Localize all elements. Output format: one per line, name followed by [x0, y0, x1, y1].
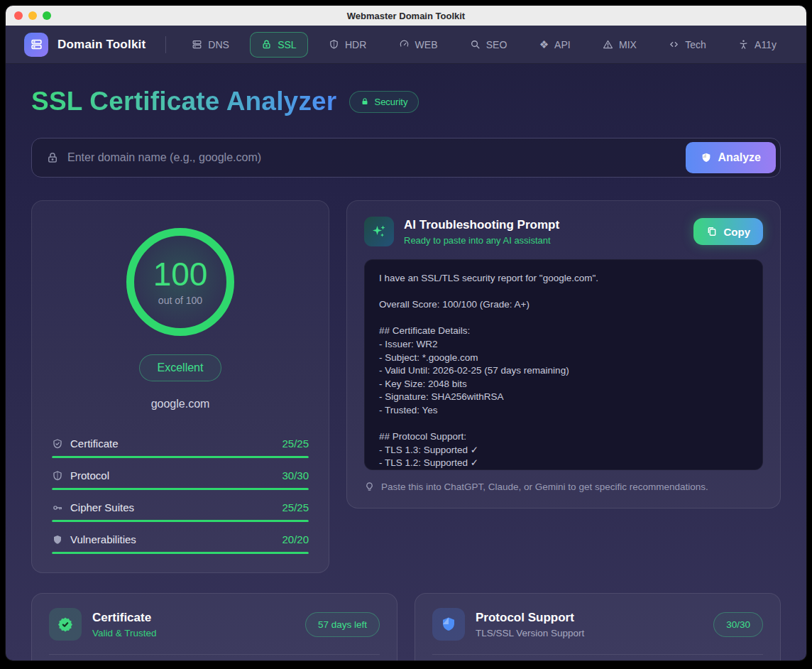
detail-card-title: Protocol Support — [476, 611, 584, 625]
shield-filled-icon — [52, 534, 63, 545]
score-card: 100 out of 100 Excellent google.com Cert… — [31, 200, 329, 573]
category-score: 25/25 — [282, 437, 309, 450]
app-window: Webmaster Domain Toolkit Domain Toolkit … — [6, 6, 806, 660]
main-content: SSL Certificate Analyzer Security Analyz… — [6, 87, 806, 660]
brand: Domain Toolkit — [24, 33, 146, 57]
tab-label: MIX — [619, 39, 637, 50]
brand-name: Domain Toolkit — [57, 38, 146, 52]
gauge-icon — [399, 39, 410, 50]
accessibility-icon — [738, 39, 749, 50]
category-progress-bar — [52, 520, 309, 522]
shield-icon — [701, 152, 712, 163]
score-categories: Certificate 25/25 Protocol 30/30 — [52, 437, 309, 554]
analyze-button[interactable]: Analyze — [686, 142, 776, 173]
tab-label: API — [554, 39, 571, 50]
domain-input[interactable] — [59, 151, 686, 164]
security-badge: Security — [349, 91, 419, 113]
category-row: Certificate 25/25 — [52, 437, 309, 458]
security-badge-label: Security — [374, 97, 407, 107]
tab-label: HDR — [345, 39, 366, 50]
certificate-card: Certificate Valid & Trusted 57 days left — [31, 593, 397, 660]
code-icon — [669, 39, 679, 50]
ai-footer-hint: Paste this into ChatGPT, Claude, or Gemi… — [381, 482, 708, 492]
shield-check-icon — [52, 438, 63, 450]
nav-tabs: DNS SSL HDR WEB SEO ❖ API — [180, 32, 788, 58]
tab-label: SSL — [278, 39, 296, 50]
lightbulb-icon — [364, 482, 375, 492]
domain-search-bar: Analyze — [31, 138, 781, 178]
close-button[interactable] — [14, 11, 23, 20]
lock-icon — [46, 151, 59, 164]
score-value: 100 — [153, 258, 208, 290]
category-row: Vulnerabilities 20/20 — [52, 533, 309, 554]
server-icon — [192, 39, 202, 50]
ai-card-title: AI Troubleshooting Prompt — [404, 218, 559, 232]
category-label: Protocol — [70, 469, 109, 482]
detail-card-subtitle: TLS/SSL Version Support — [476, 628, 584, 638]
ai-prompt-card: AI Troubleshooting Prompt Ready to paste… — [346, 200, 781, 508]
tab-ssl[interactable]: SSL — [250, 32, 307, 58]
macos-titlebar: Webmaster Domain Toolkit — [6, 6, 806, 26]
warning-icon — [603, 39, 613, 50]
grade-badge: Excellent — [139, 354, 222, 381]
tab-seo[interactable]: SEO — [459, 32, 519, 58]
category-progress-bar — [52, 488, 309, 490]
shield-icon — [329, 39, 339, 50]
protocol-support-card: Protocol Support TLS/SSL Version Support… — [415, 593, 781, 660]
tab-tech[interactable]: Tech — [657, 32, 718, 58]
score-badge: 30/30 — [713, 612, 763, 637]
seal-check-icon — [49, 608, 82, 641]
page-title: SSL Certificate Analyzer — [31, 87, 336, 116]
traffic-lights — [14, 11, 51, 20]
divider — [49, 654, 380, 655]
score-outof: out of 100 — [158, 295, 202, 306]
category-label: Certificate — [70, 437, 119, 450]
navbar: Domain Toolkit DNS SSL HDR WEB SEO — [6, 26, 806, 64]
tab-a11y[interactable]: A11y — [727, 32, 788, 58]
divider — [432, 654, 763, 655]
shield-icon — [432, 608, 465, 641]
copy-button[interactable]: Copy — [693, 218, 764, 245]
category-row: Protocol 30/30 — [52, 469, 309, 490]
minimize-button[interactable] — [28, 11, 37, 20]
category-score: 30/30 — [282, 469, 309, 482]
tab-api[interactable]: ❖ API — [528, 32, 582, 58]
tab-mix[interactable]: MIX — [591, 32, 648, 58]
search-icon — [470, 39, 481, 50]
category-score: 20/20 — [282, 533, 309, 545]
scanned-domain: google.com — [52, 398, 309, 410]
tab-hdr[interactable]: HDR — [317, 32, 378, 58]
category-row: Cipher Suites 25/25 — [52, 501, 309, 522]
key-icon — [52, 502, 63, 513]
ai-prompt-text[interactable]: I have an SSL/TLS security report for "g… — [364, 259, 763, 470]
zoom-button[interactable] — [43, 11, 51, 20]
lock-icon — [361, 97, 369, 106]
copy-button-label: Copy — [724, 226, 751, 238]
tab-label: SEO — [486, 39, 508, 50]
category-score: 25/25 — [282, 501, 309, 513]
copy-icon — [706, 226, 718, 237]
category-progress-bar — [52, 456, 309, 458]
analyze-button-label: Analyze — [718, 151, 761, 164]
nav-divider — [165, 36, 166, 53]
category-label: Cipher Suites — [70, 501, 134, 513]
category-label: Vulnerabilities — [70, 533, 136, 545]
window-title: Webmaster Domain Toolkit — [6, 11, 806, 21]
category-progress-bar — [52, 552, 309, 554]
page-header: SSL Certificate Analyzer Security — [31, 87, 781, 116]
score-ring: 100 out of 100 — [126, 228, 234, 336]
tab-label: WEB — [415, 39, 438, 50]
tab-label: A11y — [755, 39, 777, 50]
shield-icon — [52, 470, 63, 482]
days-left-badge: 57 days left — [305, 612, 380, 637]
tab-label: DNS — [208, 39, 229, 50]
detail-card-subtitle: Valid & Trusted — [92, 628, 157, 638]
ai-card-subtitle: Ready to paste into any AI assistant — [404, 235, 559, 246]
sparkles-icon — [364, 217, 394, 246]
detail-card-title: Certificate — [92, 611, 157, 625]
lock-icon — [261, 39, 272, 50]
tab-label: Tech — [685, 39, 706, 50]
diamond-icon: ❖ — [539, 39, 549, 50]
tab-dns[interactable]: DNS — [180, 32, 241, 58]
tab-web[interactable]: WEB — [388, 32, 449, 58]
